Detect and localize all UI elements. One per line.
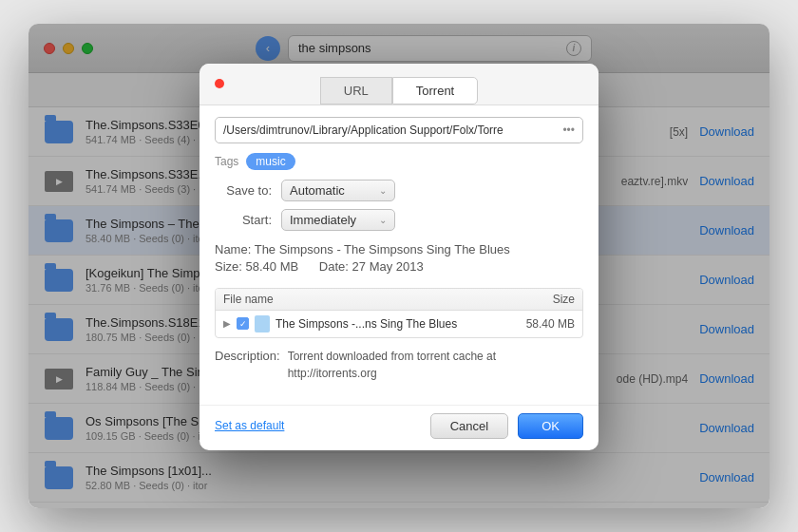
- file-table-header: File name Size: [216, 289, 582, 311]
- file-table: File name Size ▶ ✓ The Simpsons -...ns S…: [215, 288, 583, 338]
- file-doc-icon: [255, 315, 270, 332]
- torrent-info: Name: The Simpsons - The Simpsons Sing T…: [215, 238, 583, 280]
- description-text: Torrent downloaded from torrent cache at…: [288, 348, 496, 382]
- expand-icon[interactable]: ▶: [223, 318, 231, 329]
- start-value: Immediately: [290, 213, 356, 227]
- description-line2: http://itorrents.org: [288, 365, 496, 382]
- path-text: /Users/dimtrunov/Library/Application Sup…: [223, 124, 559, 137]
- tab-url[interactable]: URL: [320, 77, 392, 104]
- name-label: Name:: [215, 242, 251, 256]
- main-window: ‹ the simpsons i ✦ Torrent Search ▾ The.…: [28, 24, 770, 508]
- torrent-add-modal: URL Torrent /Users/dimtrunov/Library/App…: [200, 64, 598, 450]
- date-label: Date:: [319, 259, 349, 274]
- start-row: Start: Immediately ⌄: [215, 209, 583, 231]
- col-name-header: File name: [223, 293, 499, 306]
- path-input[interactable]: /Users/dimtrunov/Library/Application Sup…: [215, 117, 583, 143]
- description-line1: Torrent downloaded from torrent cache at: [288, 348, 496, 365]
- cancel-button[interactable]: Cancel: [430, 413, 508, 439]
- size-label: Size:: [215, 259, 242, 274]
- size-value: 58.40 MB: [246, 259, 299, 274]
- path-more-button[interactable]: •••: [559, 124, 575, 137]
- modal-body: /Users/dimtrunov/Library/Application Sup…: [200, 105, 598, 405]
- modal-tab-bar: URL Torrent: [200, 64, 598, 105]
- save-to-row: Save to: Automatic ⌄: [215, 180, 583, 201]
- recording-indicator: [215, 79, 224, 88]
- file-row-size: 58.40 MB: [508, 317, 575, 331]
- save-to-label: Save to:: [215, 183, 281, 198]
- modal-overlay: URL Torrent /Users/dimtrunov/Library/App…: [28, 24, 770, 508]
- date-value: 27 May 2013: [352, 259, 424, 274]
- chevron-down-icon: ⌄: [379, 215, 387, 225]
- save-to-select[interactable]: Automatic ⌄: [281, 180, 395, 201]
- tags-label: Tags: [215, 155, 238, 168]
- tag-music[interactable]: music: [246, 153, 294, 170]
- file-checkbox[interactable]: ✓: [237, 317, 249, 330]
- name-value: The Simpsons - The Simpsons Sing The Blu…: [255, 242, 510, 256]
- save-to-value: Automatic: [290, 183, 345, 198]
- file-row-name: The Simpsons -...ns Sing The Blues: [276, 317, 503, 331]
- modal-footer: Set as default Cancel OK: [200, 405, 598, 450]
- tags-row: Tags music: [215, 153, 583, 170]
- tab-torrent[interactable]: Torrent: [392, 77, 478, 104]
- table-row[interactable]: ▶ ✓ The Simpsons -...ns Sing The Blues 5…: [216, 311, 582, 337]
- size-date-line: Size: 58.40 MB Date: 27 May 2013: [215, 259, 583, 274]
- start-label: Start:: [215, 213, 281, 227]
- footer-buttons: Cancel OK: [430, 413, 583, 439]
- description-label: Description:: [215, 348, 288, 363]
- chevron-down-icon: ⌄: [379, 185, 387, 196]
- start-select[interactable]: Immediately ⌄: [281, 209, 395, 231]
- name-line: Name: The Simpsons - The Simpsons Sing T…: [215, 242, 583, 256]
- col-size-header: Size: [499, 293, 575, 306]
- description-row: Description: Torrent downloaded from tor…: [215, 348, 583, 382]
- set-default-link[interactable]: Set as default: [215, 419, 284, 432]
- path-input-row: /Users/dimtrunov/Library/Application Sup…: [215, 117, 583, 143]
- ok-button[interactable]: OK: [518, 413, 583, 439]
